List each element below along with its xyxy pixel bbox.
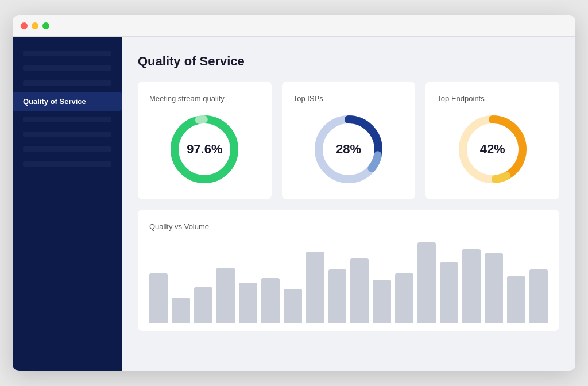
card-top-endpoints: Top Endpoints 42%	[425, 82, 559, 199]
bar-item	[194, 287, 212, 323]
donut-label-endpoints: 42%	[480, 142, 505, 157]
donut-wrap-meeting: 97.6%	[149, 112, 260, 187]
sidebar-placeholder-6	[23, 146, 111, 152]
bar-item	[149, 273, 168, 323]
app-window: Quality of Service Quality of Service Me…	[13, 15, 575, 371]
bar-item	[395, 273, 413, 323]
bar-chart	[149, 239, 548, 325]
close-button[interactable]	[21, 22, 28, 29]
bar-item	[239, 283, 257, 323]
bar-item	[306, 252, 324, 323]
bar-item	[417, 242, 436, 323]
sidebar-placeholder-5	[23, 132, 111, 137]
titlebar	[13, 15, 575, 37]
bar-item	[261, 278, 280, 323]
donut-label-isps: 28%	[336, 142, 361, 157]
sidebar: Quality of Service	[13, 37, 122, 371]
sidebar-item-quality-of-service[interactable]: Quality of Service	[13, 92, 122, 111]
sidebar-placeholder-7	[23, 161, 111, 167]
cards-row: Meeting stream quality 97.6%	[138, 82, 559, 199]
bar-item	[216, 268, 235, 323]
chart-card-quality-volume: Quality vs Volume	[138, 210, 559, 331]
bar-item	[373, 280, 391, 323]
sidebar-placeholder-1	[23, 51, 111, 56]
bar-item	[440, 262, 458, 323]
card-title-meeting: Meeting stream quality	[149, 94, 225, 103]
chart-title: Quality vs Volume	[149, 222, 548, 231]
donut-chart-isps: 28%	[311, 112, 386, 187]
sidebar-placeholder-3	[23, 80, 111, 86]
bar-item	[172, 298, 190, 323]
sidebar-placeholder-2	[23, 65, 111, 71]
bar-item	[485, 253, 503, 323]
maximize-button[interactable]	[42, 22, 49, 29]
traffic-lights	[21, 22, 49, 29]
donut-chart-endpoints: 42%	[455, 112, 530, 187]
bar-item	[284, 289, 302, 323]
bar-item	[462, 249, 481, 323]
card-title-isps: Top ISPs	[293, 94, 323, 103]
donut-wrap-endpoints: 42%	[437, 112, 548, 187]
donut-label-meeting: 97.6%	[187, 142, 222, 157]
minimize-button[interactable]	[32, 22, 38, 29]
bar-item	[350, 258, 369, 323]
page-title: Quality of Service	[138, 54, 559, 69]
app-body: Quality of Service Quality of Service Me…	[13, 37, 575, 371]
card-title-endpoints: Top Endpoints	[437, 94, 484, 103]
bar-item	[529, 269, 548, 323]
sidebar-placeholder-4	[23, 117, 111, 122]
card-meeting-stream-quality: Meeting stream quality 97.6%	[138, 82, 272, 199]
bar-item	[328, 269, 347, 323]
main-content: Quality of Service Meeting stream qualit…	[122, 37, 575, 371]
donut-wrap-isps: 28%	[293, 112, 404, 187]
donut-chart-meeting: 97.6%	[167, 112, 242, 187]
bar-item	[507, 276, 525, 323]
card-top-isps: Top ISPs 28%	[282, 82, 416, 199]
